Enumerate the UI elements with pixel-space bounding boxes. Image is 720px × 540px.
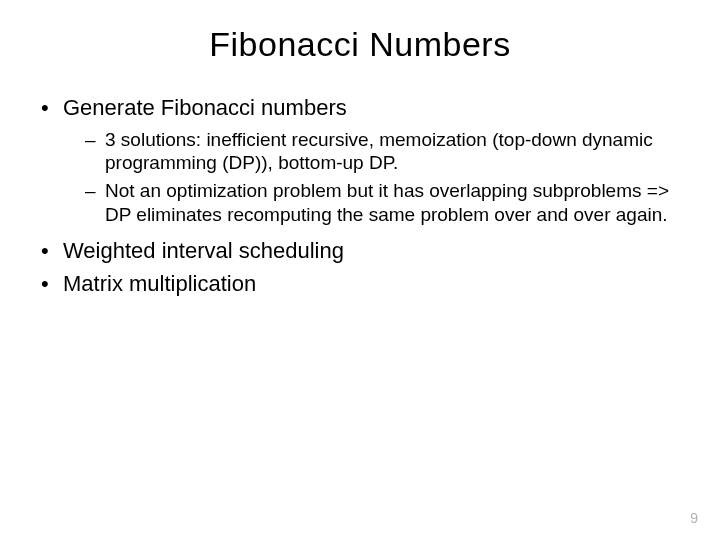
- slide-content: Generate Fibonacci numbers 3 solutions: …: [35, 94, 685, 298]
- sub-bullet-item: 3 solutions: inefficient recursive, memo…: [81, 128, 685, 176]
- bullet-list: Generate Fibonacci numbers 3 solutions: …: [35, 94, 685, 298]
- bullet-item: Generate Fibonacci numbers 3 solutions: …: [35, 94, 685, 227]
- bullet-text: Generate Fibonacci numbers: [63, 95, 347, 120]
- slide-title: Fibonacci Numbers: [35, 25, 685, 64]
- sub-bullet-text: 3 solutions: inefficient recursive, memo…: [105, 129, 653, 174]
- bullet-item: Weighted interval scheduling: [35, 237, 685, 265]
- bullet-item: Matrix multiplication: [35, 270, 685, 298]
- bullet-text: Matrix multiplication: [63, 271, 256, 296]
- bullet-text: Weighted interval scheduling: [63, 238, 344, 263]
- sub-bullet-item: Not an optimization problem but it has o…: [81, 179, 685, 227]
- page-number: 9: [690, 510, 698, 526]
- sub-bullet-list: 3 solutions: inefficient recursive, memo…: [63, 128, 685, 227]
- sub-bullet-text: Not an optimization problem but it has o…: [105, 180, 669, 225]
- slide: Fibonacci Numbers Generate Fibonacci num…: [0, 0, 720, 540]
